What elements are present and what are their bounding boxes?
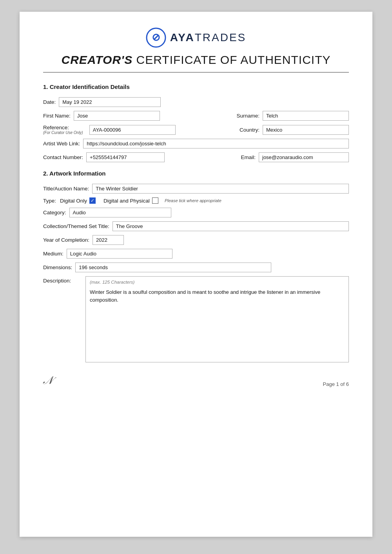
certificate-page: ⊘ AYATRADES CREATOR'S CERTIFICATE OF AUT… — [20, 12, 372, 537]
description-row: Description: (max. 125 Characters) Winte… — [43, 276, 349, 362]
logo-area: ⊘ AYATRADES — [43, 27, 349, 48]
reference-sublabel: (For Curator Use Only) — [43, 130, 83, 135]
reference-label-stack: Reference: (For Curator Use Only) — [43, 125, 83, 135]
email-value: jose@zonaraudio.com — [259, 152, 349, 162]
description-text: Winter Soldier is a soulful composition … — [90, 288, 345, 304]
reference-value: AYA-000096 — [89, 125, 176, 135]
dimensions-label: Dimensions: — [43, 264, 72, 270]
title-label: Title/Auction Name: — [43, 186, 89, 192]
contact-row: Contact Number: +525554144797 Email: jos… — [43, 152, 349, 162]
digital-only-label: Digital Only — [60, 198, 87, 204]
date-label: Date: — [43, 99, 56, 105]
contact-label: Contact Number: — [43, 154, 83, 160]
section-2-heading: 2. Artwork Information — [43, 170, 349, 177]
type-row: Type: Digital Only ✓ Digital and Physica… — [43, 197, 349, 204]
artist-web-value: https://soundcloud.com/jossie-telch — [83, 139, 349, 148]
medium-row: Medium: Logic Audio — [43, 249, 349, 259]
date-row: Date: May 19 2022 — [43, 97, 349, 107]
email-label: Email: — [241, 154, 256, 160]
title-row: Title/Auction Name: The Winter Soldier — [43, 184, 349, 194]
description-hint: (max. 125 Characters) — [90, 280, 345, 284]
collection-row: Collection/Themed Set Title: The Groove — [43, 221, 349, 231]
section-1: 1. Creator Identification Details Date: … — [43, 83, 349, 162]
digital-only-checkbox[interactable]: ✓ — [89, 197, 96, 204]
digital-only-checkbox-area: Digital Only ✓ — [60, 197, 96, 204]
section-2: 2. Artwork Information Title/Auction Nam… — [43, 170, 349, 362]
collection-label: Collection/Themed Set Title: — [43, 223, 109, 229]
title-value: The Winter Soldier — [92, 184, 349, 194]
medium-value: Logic Audio — [67, 249, 172, 259]
digital-physical-checkbox-area: Digital and Physical — [103, 197, 158, 204]
dimensions-value: 196 seconds — [75, 263, 271, 272]
first-name-label: First Name: — [43, 113, 71, 119]
svg-text:⊘: ⊘ — [152, 31, 160, 43]
surname-label: Surname: — [236, 113, 260, 119]
description-box: (max. 125 Characters) Winter Soldier is … — [85, 276, 349, 362]
artist-web-row: Artist Web Link: https://soundcloud.com/… — [43, 139, 349, 148]
reference-row: Reference: (For Curator Use Only) AYA-00… — [43, 125, 349, 135]
signature: 𝒩 — [43, 374, 52, 387]
name-row: First Name: Jose Surname: Telch — [43, 111, 349, 121]
country-value: Mexico — [263, 125, 349, 135]
surname-value: Telch — [263, 111, 349, 121]
year-value: 2022 — [93, 235, 124, 245]
digital-physical-label: Digital and Physical — [103, 198, 150, 204]
header-divider — [43, 72, 349, 72]
digital-physical-checkbox[interactable] — [152, 197, 158, 204]
artist-web-label: Artist Web Link: — [43, 141, 80, 147]
medium-label: Medium: — [43, 251, 64, 257]
year-row: Year of Completion: 2022 — [43, 235, 349, 245]
section-1-heading: 1. Creator Identification Details — [43, 83, 349, 90]
country-label: Country: — [240, 127, 260, 133]
header: ⊘ AYATRADES CREATOR'S CERTIFICATE OF AUT… — [43, 27, 349, 67]
description-label: Description: — [43, 276, 82, 284]
reference-label: Reference: — [43, 125, 83, 130]
main-title: CREATOR'S CERTIFICATE OF AUTHENTICITY — [43, 53, 349, 67]
contact-value: +525554144797 — [86, 152, 165, 162]
collection-value: The Groove — [113, 221, 349, 231]
year-label: Year of Completion: — [43, 237, 89, 243]
page-footer: 𝒩 Page 1 of 6 — [43, 374, 349, 387]
first-name-value: Jose — [74, 111, 160, 121]
type-hint: Please tick where appropriate — [165, 198, 221, 203]
logo-icon: ⊘ — [146, 27, 166, 48]
date-value: May 19 2022 — [59, 97, 161, 107]
category-label: Category: — [43, 210, 66, 215]
type-label: Type: — [43, 198, 56, 204]
dimensions-row: Dimensions: 196 seconds — [43, 263, 349, 272]
category-row: Category: Audio — [43, 208, 349, 217]
logo-text: AYATRADES — [170, 31, 247, 44]
category-value: Audio — [69, 208, 171, 217]
page-number: Page 1 of 6 — [323, 381, 349, 387]
